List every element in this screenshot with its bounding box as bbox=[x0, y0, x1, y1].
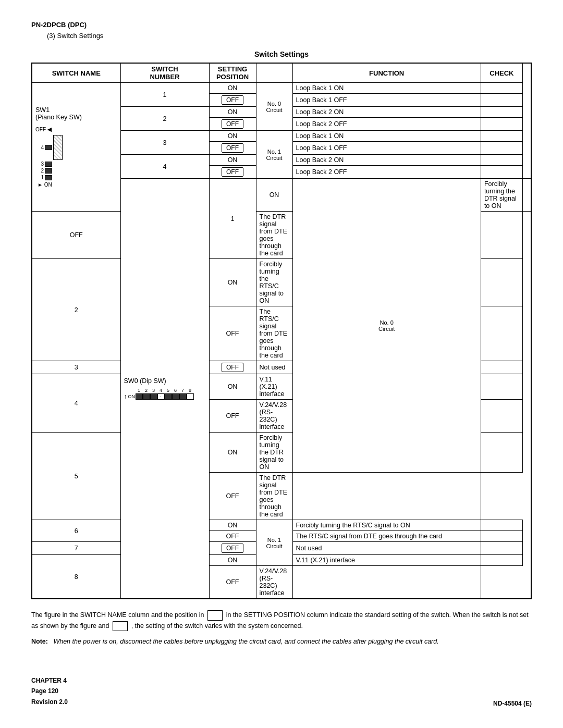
col-header-circuit bbox=[256, 63, 292, 83]
check-cell bbox=[481, 306, 522, 361]
check-cell bbox=[481, 520, 522, 531]
check-cell bbox=[481, 118, 522, 131]
function-rts-on: Forcibly turning the RTS/C signal to ON bbox=[256, 259, 292, 306]
header-title: PN-2DPCB (DPC) bbox=[31, 21, 87, 29]
sw0-num-3: 3 bbox=[32, 361, 120, 374]
col-header-setting-position: SETTINGPOSITION bbox=[209, 63, 256, 83]
note-text-3: , the setting of the switch varies with … bbox=[131, 622, 303, 630]
circuit-no0-sw0: No. 0Circuit bbox=[292, 179, 481, 473]
function-lb2-off-2: Loop Back 2 OFF bbox=[292, 166, 481, 179]
setting-off-box-1: OFF bbox=[209, 94, 256, 107]
check-cell bbox=[292, 473, 481, 520]
setting-off: OFF bbox=[32, 212, 120, 259]
sw1-name-cell: SW1 (Piano Key SW) OFF ◄ 4 bbox=[32, 83, 120, 212]
circuit-no1: No. 1Circuit bbox=[256, 131, 292, 179]
check-cell bbox=[481, 83, 522, 94]
table-row: SW1 (Piano Key SW) OFF ◄ 4 bbox=[32, 83, 531, 94]
function-dtr-through: The DTR signal from DTE goes through the… bbox=[256, 212, 292, 259]
setting-on: ON bbox=[209, 83, 256, 94]
function-not-used-1: Not used bbox=[256, 361, 292, 374]
function-not-used-2: Not used bbox=[292, 542, 481, 555]
sw1-num-3: 3 bbox=[120, 131, 209, 155]
check-cell bbox=[481, 94, 522, 107]
check-cell bbox=[522, 179, 531, 212]
note-label: Note: bbox=[31, 638, 52, 645]
check-cell bbox=[481, 155, 522, 166]
circuit-no1-sw0: No. 1Circuit bbox=[256, 520, 292, 566]
sw0-num-8: 8 bbox=[32, 555, 120, 599]
inline-box-2 bbox=[113, 621, 128, 632]
function-v24-1: V.24/V.28 (RS-232C) interface bbox=[256, 400, 292, 433]
setting-off: OFF bbox=[209, 566, 256, 599]
check-cell bbox=[481, 259, 522, 306]
sw0-num-5: 5 bbox=[32, 433, 120, 520]
check-cell bbox=[481, 555, 522, 566]
section-heading: (3) Switch Settings bbox=[47, 32, 532, 40]
table-title: Switch Settings bbox=[31, 50, 532, 58]
note-italic-text: When the power is on, disconnect the cab… bbox=[53, 638, 438, 645]
col-header-check: CHECK bbox=[481, 63, 522, 83]
function-dtr-through-2: The DTR signal from DTE goes through the… bbox=[256, 473, 292, 520]
check-cell bbox=[481, 142, 522, 155]
section-subtitle: (3) Switch Settings bbox=[47, 32, 103, 40]
setting-on: ON bbox=[256, 179, 292, 212]
check-cell bbox=[481, 433, 522, 473]
check-cell bbox=[481, 107, 522, 118]
circuit-no0: No. 0Circuit bbox=[256, 83, 292, 131]
setting-off-box-3: OFF bbox=[209, 142, 256, 155]
check-cell bbox=[481, 131, 522, 142]
setting-off: OFF bbox=[209, 400, 256, 433]
col-header-switch-name: SWITCH NAME bbox=[32, 63, 120, 83]
setting-on: ON bbox=[209, 555, 256, 566]
setting-off-box-2: OFF bbox=[209, 118, 256, 131]
function-lb2-off: Loop Back 2 OFF bbox=[292, 118, 481, 131]
col-header-function: FUNCTION bbox=[292, 63, 481, 83]
note-text-1: The figure in the SWITCH NAME column and… bbox=[31, 611, 206, 619]
sw0-num-6: 6 bbox=[32, 520, 120, 542]
setting-on: ON bbox=[209, 259, 256, 306]
check-cell bbox=[481, 361, 522, 374]
page-header: PN-2DPCB (DPC) bbox=[31, 21, 532, 29]
check-cell bbox=[481, 542, 522, 555]
function-rts-on-2: Forcibly turning the RTS/C signal to ON bbox=[292, 520, 481, 531]
function-rts-through: The RTS/C signal from DTE goes through t… bbox=[256, 306, 292, 361]
setting-off: OFF bbox=[209, 473, 256, 520]
function-rts-through-2: The RTS/C signal from DTE goes through t… bbox=[292, 531, 481, 542]
switch-settings-table: SWITCH NAME SWITCHNUMBER SETTINGPOSITION… bbox=[31, 63, 532, 599]
setting-on: ON bbox=[209, 433, 256, 473]
setting-on: ON bbox=[209, 520, 256, 531]
check-cell bbox=[481, 374, 522, 400]
sw1-num-1: 1 bbox=[120, 83, 209, 107]
check-cell bbox=[292, 566, 481, 599]
setting-on: ON bbox=[209, 107, 256, 118]
footer-chapter: CHAPTER 4 bbox=[31, 675, 68, 686]
function-dtr-on-2: Forcibly turning the DTR signal to ON bbox=[256, 433, 292, 473]
function-v11-2: V.11 (X.21) interface bbox=[292, 555, 481, 566]
setting-on: ON bbox=[209, 374, 256, 400]
footer-page: Page 120 bbox=[31, 686, 68, 696]
col-header-switch-number: SWITCHNUMBER bbox=[120, 63, 209, 83]
setting-off-box-7: OFF bbox=[209, 542, 256, 555]
sw0-num-7: 7 bbox=[32, 542, 120, 555]
function-lb1-off: Loop Back 1 OFF bbox=[292, 94, 481, 107]
check-cell bbox=[481, 212, 522, 259]
sw0-num-4: 4 bbox=[32, 374, 120, 433]
sw0-num-1: 1 bbox=[209, 179, 256, 259]
note-section: The figure in the SWITCH NAME column and… bbox=[31, 610, 532, 647]
check-cell bbox=[481, 400, 522, 433]
table-row: 6 ON No. 1Circuit Forcibly turning the R… bbox=[32, 520, 531, 531]
function-dtr-on: Forcibly turning the DTR signal to ON bbox=[481, 179, 522, 212]
setting-off-box-4: OFF bbox=[209, 166, 256, 179]
setting-off: OFF bbox=[209, 306, 256, 361]
sw0-num-2: 2 bbox=[32, 259, 120, 361]
function-v11-1: V.11 (X.21) interface bbox=[256, 374, 292, 400]
footer: CHAPTER 4 Page 120 Revision 2.0 ND-45504… bbox=[31, 675, 532, 707]
footer-revision: Revision 2.0 bbox=[31, 697, 68, 707]
setting-off-box-3: OFF bbox=[209, 361, 256, 374]
function-lb2-on-2: Loop Back 2 ON bbox=[292, 155, 481, 166]
sw1-num-4: 4 bbox=[120, 155, 209, 179]
footer-left: CHAPTER 4 Page 120 Revision 2.0 bbox=[31, 675, 68, 707]
setting-off: OFF bbox=[209, 531, 256, 542]
footer-right: ND-45504 (E) bbox=[493, 700, 532, 707]
function-lb1-off-2: Loop Back 1 OFF bbox=[292, 142, 481, 155]
